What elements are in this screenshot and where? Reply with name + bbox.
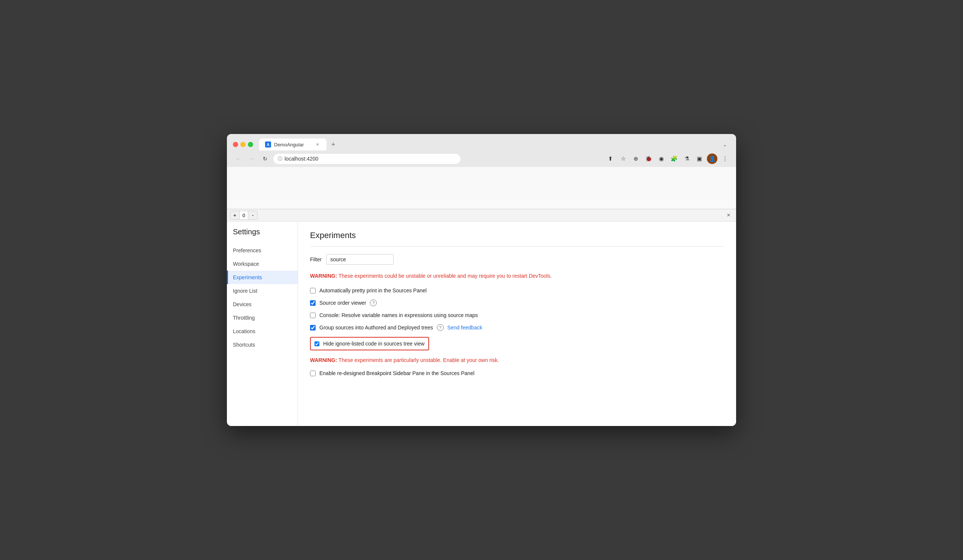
address-text: localhost:4200 <box>285 156 318 162</box>
opt2-help-icon[interactable]: ? <box>370 299 377 306</box>
devtools-icon[interactable]: ◉ <box>656 154 666 164</box>
settings-panel: Settings Preferences Workspace Experimen… <box>227 222 736 426</box>
sidebar-item-workspace[interactable]: Workspace <box>227 257 298 271</box>
devtools-panel: + 0 - × Settings Preferences Workspace E… <box>227 209 736 426</box>
counter-widget: + 0 - <box>230 211 258 220</box>
warning-label-1: WARNING: <box>310 273 337 279</box>
settings-title: Settings <box>227 228 298 244</box>
flask-icon[interactable]: ⚗ <box>681 154 692 164</box>
puzzle-icon[interactable]: 🧩 <box>669 154 679 164</box>
profile-button[interactable]: 👤 <box>707 154 717 164</box>
browser-page <box>227 167 736 209</box>
option-row-1: Automatically pretty print in the Source… <box>310 288 724 293</box>
opt1-checkbox[interactable] <box>310 288 316 293</box>
page-title: Experiments <box>310 231 724 240</box>
opt5-checkbox[interactable] <box>315 342 319 346</box>
menu-icon[interactable]: ⋮ <box>720 154 730 164</box>
opt1-label: Automatically pretty print in the Source… <box>319 288 426 293</box>
sidebar-item-locations[interactable]: Locations <box>227 325 298 338</box>
active-tab[interactable]: A DemoAngular × <box>259 139 326 151</box>
tab-bar: A DemoAngular × + <box>259 139 339 151</box>
filter-input[interactable] <box>326 254 394 265</box>
option-row-4: Group sources into Authored and Deployed… <box>310 324 724 331</box>
traffic-lights <box>233 142 253 147</box>
settings-sidebar: Settings Preferences Workspace Experimen… <box>227 222 298 426</box>
close-devtools-button[interactable]: × <box>724 211 733 220</box>
content-area: + 0 - × Settings Preferences Workspace E… <box>227 167 736 426</box>
tab-favicon: A <box>265 141 271 147</box>
address-bar[interactable]: ⓘ localhost:4200 <box>273 154 460 164</box>
opt4-help-icon[interactable]: ? <box>437 324 444 331</box>
warning-label-2: WARNING: <box>310 357 337 363</box>
opt4-label: Group sources into Authored and Deployed… <box>319 325 433 330</box>
sidebar-item-experiments[interactable]: Experiments <box>227 271 298 284</box>
sidebar-item-throttling[interactable]: Throttling <box>227 311 298 325</box>
opt6-label: Enable re-designed Breakpoint Sidebar Pa… <box>319 370 474 376</box>
opt5-label: Hide ignore-listed code in sources tree … <box>323 341 425 346</box>
sidebar-item-preferences[interactable]: Preferences <box>227 244 298 257</box>
warning-text-1: WARNING: These experiments could be unst… <box>310 272 724 280</box>
opt3-checkbox[interactable] <box>310 312 316 318</box>
send-feedback-link[interactable]: Send feedback <box>447 325 482 330</box>
title-divider <box>310 246 724 247</box>
warning-text-2: WARNING: These experiments are particula… <box>310 356 724 364</box>
new-tab-button[interactable]: + <box>328 139 339 150</box>
browser-window: A DemoAngular × + ⌄ ← → ↻ ⓘ localhost:42… <box>227 134 736 426</box>
title-bar: A DemoAngular × + ⌄ <box>227 134 736 151</box>
sidebar-item-shortcuts[interactable]: Shortcuts <box>227 338 298 351</box>
extension-icon[interactable]: 🐞 <box>643 154 654 164</box>
maximize-traffic-light[interactable] <box>248 142 253 147</box>
back-button[interactable]: ← <box>233 154 243 164</box>
opt2-label: Source order viewer <box>319 300 366 306</box>
filter-label: Filter <box>310 256 322 262</box>
close-traffic-light[interactable] <box>233 142 238 147</box>
opt4-checkbox[interactable] <box>310 325 316 330</box>
toolbar-right: ⬆ ☆ ⊕ 🐞 ◉ 🧩 ⚗ ▣ 👤 ⋮ <box>605 154 730 164</box>
minimize-traffic-light[interactable] <box>240 142 246 147</box>
forward-button[interactable]: → <box>246 154 257 164</box>
chevron-down-icon[interactable]: ⌄ <box>723 141 730 147</box>
opt2-checkbox[interactable] <box>310 300 316 306</box>
filter-row: Filter <box>310 254 724 265</box>
counter-plus-button[interactable]: + <box>230 211 239 219</box>
opt6-checkbox[interactable] <box>310 371 316 376</box>
secure-icon: ⓘ <box>278 156 282 162</box>
option-row-5-highlighted: Hide ignore-listed code in sources tree … <box>310 337 429 350</box>
sidebar-item-devices[interactable]: Devices <box>227 298 298 311</box>
share-icon[interactable]: ⬆ <box>605 154 616 164</box>
reload-button[interactable]: ↻ <box>260 154 270 164</box>
browser-chrome: A DemoAngular × + ⌄ ← → ↻ ⓘ localhost:42… <box>227 134 736 167</box>
counter-value: 0 <box>239 211 248 219</box>
bookmark-icon[interactable]: ☆ <box>618 154 628 164</box>
warning-body-1: These experiments could be unstable or u… <box>337 273 551 279</box>
counter-minus-button[interactable]: - <box>248 211 257 219</box>
sidebar-icon[interactable]: ▣ <box>694 154 705 164</box>
sidebar-item-ignore-list[interactable]: Ignore List <box>227 284 298 298</box>
option-row-3: Console: Resolve variable names in expre… <box>310 312 724 318</box>
tab-title: DemoAngular <box>274 142 311 147</box>
translate-icon[interactable]: ⊕ <box>631 154 641 164</box>
option-row-2: Source order viewer ? <box>310 299 724 306</box>
devtools-top-bar: + 0 - × <box>227 209 736 222</box>
settings-content: Experiments Filter WARNING: These experi… <box>298 222 736 426</box>
warning-body-2: These experiments are particularly unsta… <box>337 357 499 363</box>
tab-close-button[interactable]: × <box>315 141 321 147</box>
option-row-6: Enable re-designed Breakpoint Sidebar Pa… <box>310 370 724 376</box>
opt3-label: Console: Resolve variable names in expre… <box>319 312 478 318</box>
browser-toolbar: ← → ↻ ⓘ localhost:4200 ⬆ ☆ ⊕ 🐞 ◉ 🧩 ⚗ ▣ 👤… <box>227 151 736 167</box>
